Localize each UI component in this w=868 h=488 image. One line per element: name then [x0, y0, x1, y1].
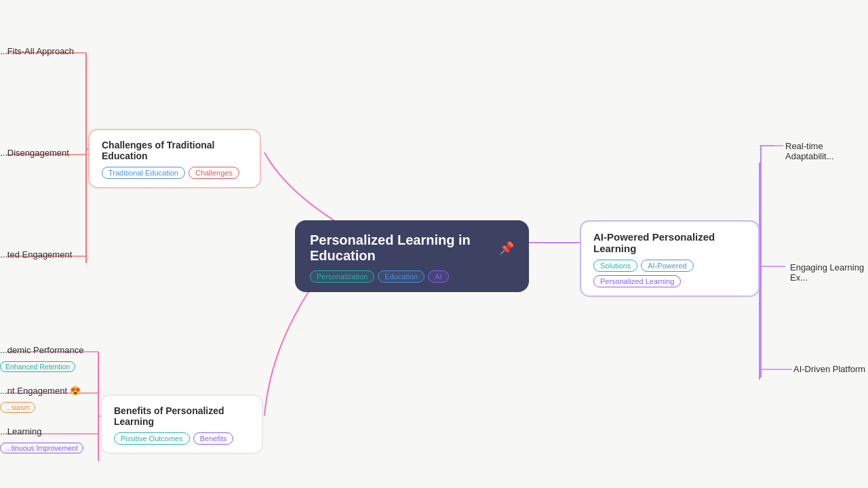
tag-ai: AI [428, 270, 448, 283]
node-academic-performance: ...demic Performance [0, 345, 84, 355]
pin-icon: 📌 [499, 241, 514, 256]
tag-traditional-education: Traditional Education [102, 167, 185, 179]
tag-ai-powered: AI-Powered [641, 260, 693, 272]
challenges-tags: Traditional Education Challenges [102, 167, 248, 179]
tag-challenges: Challenges [189, 167, 239, 179]
node-real-time: Real-time Adaptabilit... [785, 141, 868, 161]
tag-solutions: Solutions [593, 260, 637, 272]
tag-enhanced-retention: Enhanced Retention [0, 361, 75, 372]
central-node[interactable]: Personalized Learning in Education 📌 Per… [295, 220, 529, 292]
node-ai-driven: AI-Driven Platform [793, 364, 865, 374]
mindmap-canvas: Personalized Learning in Education 📌 Per… [0, 0, 868, 488]
tag-education: Education [378, 270, 425, 283]
benefits-tags: Positive Outcomes Benefits [114, 432, 250, 445]
challenges-node[interactable]: Challenges of Traditional Education Trad… [88, 129, 261, 188]
tag-personalized-learning: Personalized Learning [593, 275, 681, 287]
node-limited-engagement: ...ted Engagement [0, 249, 72, 260]
node-continuous-improvement: ...tinuous Improvement [0, 441, 85, 453]
benefits-title: Benefits of Personalized Learning [114, 405, 250, 427]
ai-title: AI-Powered Personalized Learning [593, 231, 746, 254]
ai-powered-node[interactable]: AI-Powered Personalized Learning Solutio… [580, 220, 760, 297]
ai-tags: Solutions AI-Powered Personalized Learni… [593, 260, 746, 287]
node-fits-all: ...Fits-All Approach [0, 46, 74, 56]
tag-benefits: Benefits [193, 432, 234, 445]
tag-personalization: Personalization [310, 270, 374, 283]
node-enhanced-retention: Enhanced Retention [0, 359, 77, 372]
tag-continuous-improvement: ...tinuous Improvement [0, 443, 83, 453]
node-enthusiasm: ...siasm [0, 400, 37, 413]
node-student-engagement: ...nt Engagement 😍 [0, 386, 81, 396]
node-engaging: Engaging Learning Ex... [790, 262, 868, 283]
central-tags: Personalization Education AI [310, 270, 514, 283]
central-title-text: Personalized Learning in Education [310, 232, 494, 264]
node-learning: ...Learning [0, 426, 41, 436]
benefits-node[interactable]: Benefits of Personalized Learning Positi… [100, 394, 263, 454]
tag-positive-outcomes: Positive Outcomes [114, 432, 190, 445]
node-disengagement: ...Disengagement [0, 148, 69, 158]
tag-enthusiasm: ...siasm [0, 402, 35, 413]
challenges-title: Challenges of Traditional Education [102, 140, 248, 161]
